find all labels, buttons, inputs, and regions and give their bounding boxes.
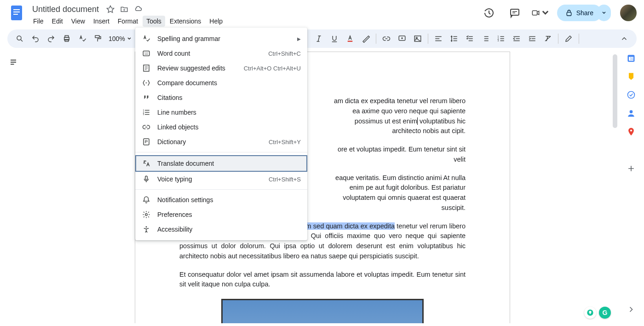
a11y-icon [142, 225, 151, 233]
embedded-image[interactable] [221, 299, 424, 323]
dictionary-icon [142, 138, 151, 146]
clear-format-icon[interactable] [541, 32, 555, 46]
tools-item-dictionary[interactable]: DictionaryCtrl+Shift+Y [135, 134, 307, 149]
highlight-icon[interactable] [359, 32, 373, 46]
document-canvas[interactable]: am dicta ex expedita tenetur vel rerum l… [27, 48, 618, 323]
menu-edit[interactable]: Edit [48, 16, 67, 27]
comments-icon[interactable] [506, 4, 524, 22]
calendar-icon[interactable]: 31 [627, 53, 636, 63]
share-button[interactable]: Share [557, 5, 602, 21]
maps-icon[interactable] [627, 127, 636, 136]
spellcheck-icon [142, 35, 151, 43]
add-comment-icon[interactable] [395, 32, 409, 46]
doc-title[interactable]: Untitled document [29, 4, 102, 15]
spellcheck-icon[interactable] [75, 32, 89, 46]
menu-format[interactable]: Format [114, 16, 142, 27]
svg-point-25 [628, 92, 635, 99]
tools-item-notification-settings[interactable]: Notification settings [135, 192, 307, 207]
svg-rect-5 [532, 11, 537, 15]
tools-item-review-suggested-edits[interactable]: Review suggested editsCtrl+Alt+O Ctrl+Al… [135, 61, 307, 76]
svg-rect-34 [145, 176, 148, 180]
menu-view[interactable]: View [68, 16, 89, 27]
doc-info: Untitled document File Edit View Insert … [29, 4, 480, 27]
bulleted-list-icon[interactable] [478, 32, 492, 46]
side-panel: 31 [618, 48, 644, 323]
tools-item-linked-objects[interactable]: Linked objects [135, 120, 307, 134]
menubar: File Edit View Insert Format Tools Exten… [29, 16, 480, 27]
cloud-status-icon[interactable] [134, 5, 142, 13]
voice-icon [142, 175, 151, 183]
editing-mode-icon[interactable] [562, 32, 575, 46]
insert-link-icon[interactable] [380, 32, 393, 46]
menu-file[interactable]: File [29, 16, 47, 27]
get-addons-icon[interactable] [627, 164, 636, 173]
svg-point-7 [17, 36, 21, 40]
svg-point-36 [146, 226, 147, 227]
review-icon [142, 64, 151, 72]
tools-item-translate-document[interactable]: Translate document [135, 155, 307, 172]
menu-tools[interactable]: Tools [143, 16, 165, 27]
hide-panel-icon[interactable] [627, 305, 636, 314]
svg-text:3: 3 [497, 39, 499, 42]
account-avatar[interactable] [620, 5, 637, 21]
app-header: Untitled document File Edit View Insert … [0, 0, 644, 28]
line-spacing-icon[interactable] [447, 32, 461, 46]
svg-rect-2 [13, 12, 20, 12]
tools-item-spelling-and-grammar[interactable]: Spelling and grammar▶ [135, 31, 307, 46]
svg-rect-28 [143, 51, 150, 56]
svg-text:31: 31 [630, 57, 634, 60]
menu-help[interactable]: Help [206, 16, 226, 27]
prefs-icon [142, 210, 151, 219]
assistant-lightbulb-icon[interactable] [584, 307, 596, 319]
decrease-indent-icon[interactable] [510, 32, 523, 46]
align-icon[interactable] [431, 32, 445, 46]
bell-icon [142, 196, 151, 204]
menu-extensions[interactable]: Extensions [166, 16, 205, 27]
wordcount-icon [142, 49, 151, 58]
docs-logo[interactable] [7, 4, 26, 22]
history-icon[interactable] [480, 4, 498, 22]
share-label: Share [576, 9, 593, 17]
italic-icon[interactable] [312, 32, 326, 46]
svg-point-27 [630, 129, 632, 131]
svg-rect-0 [11, 6, 22, 20]
paint-format-icon[interactable] [91, 32, 105, 46]
scrollbar-thumb[interactable] [613, 54, 617, 128]
numbered-list-icon[interactable]: 123 [494, 32, 508, 46]
keep-icon[interactable] [627, 72, 636, 81]
redo-icon[interactable] [44, 32, 58, 46]
tools-item-accessibility[interactable]: Accessibility [135, 222, 307, 237]
text-color-icon[interactable] [343, 32, 357, 46]
checklist-icon[interactable] [463, 32, 477, 46]
share-dropdown[interactable] [597, 5, 611, 21]
translate-icon [142, 159, 151, 168]
tools-item-word-count[interactable]: Word countCtrl+Shift+C [135, 46, 307, 61]
menu-insert[interactable]: Insert [90, 16, 113, 27]
insert-image-icon[interactable] [411, 32, 425, 46]
outline-icon[interactable] [6, 55, 20, 69]
move-icon[interactable] [120, 5, 128, 13]
linked-icon [142, 123, 151, 131]
collapse-toolbar-icon[interactable] [617, 32, 631, 46]
search-menus-icon[interactable] [13, 32, 27, 46]
tools-item-voice-typing[interactable]: Voice typingCtrl+Shift+S [135, 172, 307, 186]
svg-rect-12 [348, 41, 353, 42]
tools-item-preferences[interactable]: Preferences [135, 207, 307, 222]
linenumbers-icon: 123 [142, 108, 151, 116]
grammarly-icon[interactable]: G [599, 307, 611, 319]
tools-item-line-numbers[interactable]: 123Line numbers [135, 105, 307, 120]
meet-button[interactable] [531, 4, 550, 22]
tools-dropdown: Spelling and grammar▶Word countCtrl+Shif… [135, 28, 307, 240]
tasks-icon[interactable] [627, 90, 636, 99]
tools-item-compare-documents[interactable]: Compare documents [135, 76, 307, 90]
star-icon[interactable] [106, 5, 115, 13]
print-icon[interactable] [60, 32, 74, 46]
svg-text:3: 3 [143, 113, 144, 116]
zoom-select[interactable]: 100% [107, 35, 133, 42]
undo-icon[interactable] [29, 32, 42, 46]
svg-rect-4 [511, 9, 519, 15]
tools-item-citations[interactable]: Citations [135, 90, 307, 105]
underline-icon[interactable] [328, 32, 341, 46]
increase-indent-icon[interactable] [525, 32, 539, 46]
contacts-icon[interactable] [627, 109, 636, 118]
